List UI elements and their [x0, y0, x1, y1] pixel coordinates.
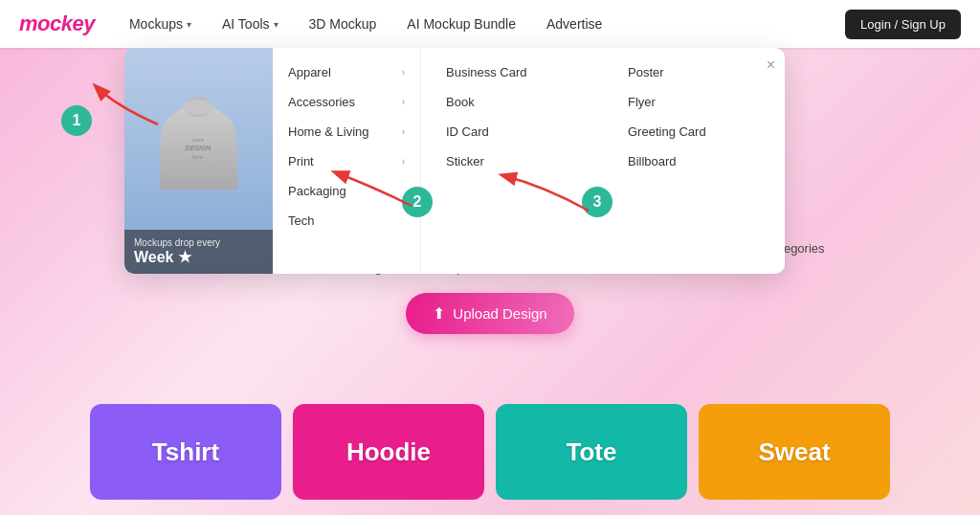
chevron-right-icon: › [402, 126, 405, 137]
category-tote[interactable]: Tote [496, 404, 687, 500]
svg-text:your: your [191, 137, 205, 143]
menu-accessories[interactable]: Accessories › [273, 87, 420, 117]
nav-mockups-label: Mockups [129, 16, 183, 32]
step-3-circle: 3 [582, 187, 612, 217]
hero-card-footer: Mockups drop every Week ★ [124, 230, 273, 274]
nav-3d-label: 3D Mockup [309, 16, 377, 32]
close-button[interactable]: × [767, 57, 775, 73]
category-hoodie[interactable]: Hoodie [293, 404, 484, 500]
upload-design-button[interactable]: ⬆ Upload Design [406, 293, 573, 334]
svg-text:here·: here· [191, 154, 205, 160]
dropdown-left-menu: Apparel › Accessories › Home & Living › … [273, 48, 421, 274]
chevron-down-icon: ▾ [187, 19, 191, 30]
menu-packaging[interactable]: Packaging [273, 176, 420, 206]
hero-card-image: your DESIGN here· [124, 48, 273, 230]
category-sweat[interactable]: Sweat [699, 404, 890, 500]
step-1-circle: 1 [61, 105, 92, 136]
chevron-down-icon: ▾ [274, 19, 278, 30]
category-tshirt[interactable]: Tshirt [90, 404, 281, 500]
nav-mockups[interactable]: Mockups ▾ [123, 12, 197, 35]
mockups-dropdown: your DESIGN here· Mockups drop every Wee… [124, 48, 785, 274]
login-button[interactable]: Login / Sign Up [845, 10, 961, 39]
navbar: mockey Mockups ▾ AI Tools ▾ 3D Mockup AI… [0, 0, 980, 48]
tote-label: Tote [567, 437, 617, 467]
svg-point-0 [183, 100, 213, 115]
logo[interactable]: mockey [19, 11, 95, 36]
dropdown-col-right: Poster Flyer Greeting Card Billboard [603, 57, 785, 264]
menu-tech[interactable]: Tech [273, 206, 420, 235]
chevron-right-icon: › [402, 97, 405, 107]
sweat-label: Sweat [758, 437, 830, 467]
nav-3d-mockup[interactable]: 3D Mockup [303, 12, 383, 35]
hoodie-label: Hoodie [346, 437, 431, 467]
nav-advertise-label: Advertise [546, 16, 602, 32]
svg-text:DESIGN: DESIGN [186, 145, 212, 151]
tshirt-label: Tshirt [152, 437, 219, 467]
menu-apparel[interactable]: Apparel › [273, 57, 420, 87]
menu-poster[interactable]: Poster [612, 57, 775, 87]
nav-ai-tools-label: AI Tools [222, 16, 270, 32]
nav-ai-bundle[interactable]: AI Mockup Bundle [401, 12, 522, 35]
menu-business-card[interactable]: Business Card [431, 57, 593, 87]
menu-greeting-card[interactable]: Greeting Card [612, 117, 775, 146]
nav-ai-tools[interactable]: AI Tools ▾ [216, 12, 284, 35]
step-2-circle: 2 [402, 187, 433, 217]
hero-card-title: Week ★ [134, 248, 263, 266]
menu-billboard[interactable]: Billboard [612, 146, 775, 176]
dropdown-col-mid: Business Card Book ID Card Sticker [421, 57, 603, 264]
dropdown-right-section: Business Card Book ID Card Sticker Poste… [421, 48, 785, 274]
menu-id-card[interactable]: ID Card [431, 117, 593, 146]
nav-ai-bundle-label: AI Mockup Bundle [407, 16, 516, 32]
upload-btn-label: Upload Design [453, 305, 546, 322]
category-row: Tshirt Hoodie Tote Sweat [0, 389, 980, 515]
menu-print[interactable]: Print › [273, 146, 420, 176]
menu-flyer[interactable]: Flyer [612, 87, 775, 117]
hero-card-subtitle: Mockups drop every [134, 237, 263, 248]
menu-home-living[interactable]: Home & Living › [273, 117, 420, 146]
hero-card: your DESIGN here· Mockups drop every Wee… [124, 48, 273, 274]
nav-advertise[interactable]: Advertise [541, 12, 608, 35]
menu-book[interactable]: Book [431, 87, 593, 117]
upload-icon: ⬆ [433, 304, 445, 323]
menu-sticker[interactable]: Sticker [431, 146, 593, 176]
chevron-right-icon: › [402, 67, 405, 78]
chevron-right-icon: › [402, 156, 405, 167]
